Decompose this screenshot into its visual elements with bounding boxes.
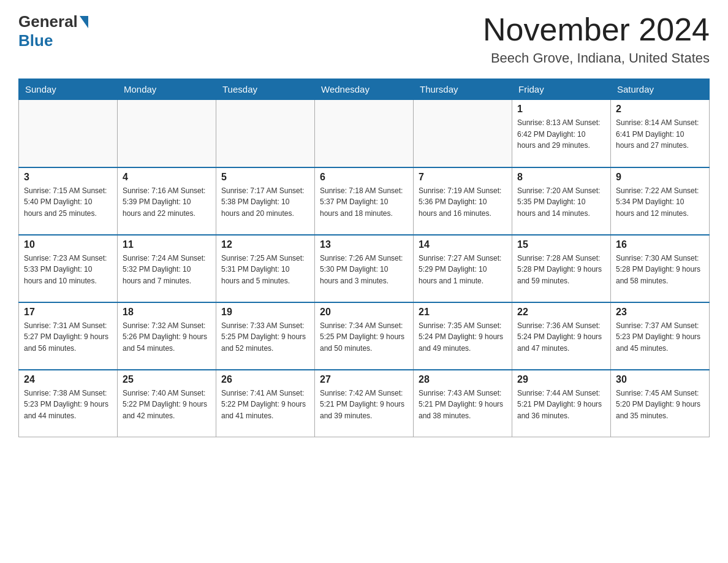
day-number: 4 (123, 172, 211, 183)
day-cell: 7Sunrise: 7:19 AM Sunset: 5:36 PM Daylig… (414, 167, 512, 235)
day-info: Sunrise: 7:37 AM Sunset: 5:23 PM Dayligh… (616, 320, 704, 354)
day-info: Sunrise: 7:33 AM Sunset: 5:25 PM Dayligh… (221, 320, 309, 354)
day-info: Sunrise: 7:22 AM Sunset: 5:34 PM Dayligh… (616, 185, 704, 220)
day-cell: 25Sunrise: 7:40 AM Sunset: 5:22 PM Dayli… (118, 370, 216, 437)
location-title: Beech Grove, Indiana, United States (483, 50, 710, 66)
day-number: 29 (517, 374, 605, 385)
day-cell: 18Sunrise: 7:32 AM Sunset: 5:26 PM Dayli… (118, 302, 216, 370)
day-cell: 30Sunrise: 7:45 AM Sunset: 5:20 PM Dayli… (611, 370, 710, 437)
day-number: 9 (616, 172, 704, 183)
day-cell (315, 100, 414, 167)
title-section: November 2024 Beech Grove, Indiana, Unit… (483, 12, 710, 66)
day-number: 2 (616, 104, 704, 115)
day-number: 21 (419, 307, 507, 318)
logo: General Blue (18, 12, 88, 50)
day-cell (414, 100, 512, 167)
day-info: Sunrise: 7:40 AM Sunset: 5:22 PM Dayligh… (123, 388, 211, 422)
day-cell: 27Sunrise: 7:42 AM Sunset: 5:21 PM Dayli… (315, 370, 414, 437)
col-header-thursday: Thursday (414, 79, 512, 100)
day-info: Sunrise: 7:23 AM Sunset: 5:33 PM Dayligh… (24, 253, 112, 287)
day-info: Sunrise: 7:19 AM Sunset: 5:36 PM Dayligh… (419, 185, 507, 220)
logo-triangle-icon (80, 16, 88, 28)
day-info: Sunrise: 7:16 AM Sunset: 5:39 PM Dayligh… (123, 185, 211, 220)
day-number: 6 (320, 172, 408, 183)
day-cell: 28Sunrise: 7:43 AM Sunset: 5:21 PM Dayli… (414, 370, 512, 437)
day-info: Sunrise: 7:17 AM Sunset: 5:38 PM Dayligh… (221, 185, 309, 220)
col-header-tuesday: Tuesday (216, 79, 315, 100)
day-cell: 13Sunrise: 7:26 AM Sunset: 5:30 PM Dayli… (315, 235, 414, 302)
day-info: Sunrise: 7:15 AM Sunset: 5:40 PM Dayligh… (24, 185, 112, 220)
day-number: 1 (517, 104, 605, 115)
day-info: Sunrise: 7:18 AM Sunset: 5:37 PM Dayligh… (320, 185, 408, 220)
week-row-3: 10Sunrise: 7:23 AM Sunset: 5:33 PM Dayli… (19, 235, 710, 302)
day-number: 12 (221, 239, 309, 250)
day-info: Sunrise: 7:26 AM Sunset: 5:30 PM Dayligh… (320, 253, 408, 287)
day-cell: 15Sunrise: 7:28 AM Sunset: 5:28 PM Dayli… (512, 235, 611, 302)
day-number: 7 (419, 172, 507, 183)
day-cell: 26Sunrise: 7:41 AM Sunset: 5:22 PM Dayli… (216, 370, 315, 437)
day-number: 17 (24, 307, 112, 318)
month-title: November 2024 (483, 12, 710, 47)
day-cell: 23Sunrise: 7:37 AM Sunset: 5:23 PM Dayli… (611, 302, 710, 370)
logo-blue-text: Blue (18, 31, 53, 50)
col-header-monday: Monday (118, 79, 216, 100)
day-number: 14 (419, 239, 507, 250)
day-cell: 2Sunrise: 8:14 AM Sunset: 6:41 PM Daylig… (611, 100, 710, 167)
day-info: Sunrise: 7:36 AM Sunset: 5:24 PM Dayligh… (517, 320, 605, 354)
week-row-2: 3Sunrise: 7:15 AM Sunset: 5:40 PM Daylig… (19, 167, 710, 235)
header: General Blue November 2024 Beech Grove, … (18, 12, 710, 66)
day-cell: 9Sunrise: 7:22 AM Sunset: 5:34 PM Daylig… (611, 167, 710, 235)
day-number: 11 (123, 239, 211, 250)
day-cell (216, 100, 315, 167)
day-number: 10 (24, 239, 112, 250)
day-cell: 10Sunrise: 7:23 AM Sunset: 5:33 PM Dayli… (19, 235, 118, 302)
day-info: Sunrise: 8:13 AM Sunset: 6:42 PM Dayligh… (517, 117, 605, 151)
col-header-friday: Friday (512, 79, 611, 100)
day-number: 13 (320, 239, 408, 250)
day-cell: 3Sunrise: 7:15 AM Sunset: 5:40 PM Daylig… (19, 167, 118, 235)
day-number: 15 (517, 239, 605, 250)
col-header-saturday: Saturday (611, 79, 710, 100)
day-cell: 12Sunrise: 7:25 AM Sunset: 5:31 PM Dayli… (216, 235, 315, 302)
day-info: Sunrise: 7:28 AM Sunset: 5:28 PM Dayligh… (517, 253, 605, 287)
day-cell: 6Sunrise: 7:18 AM Sunset: 5:37 PM Daylig… (315, 167, 414, 235)
day-info: Sunrise: 7:20 AM Sunset: 5:35 PM Dayligh… (517, 185, 605, 220)
col-header-sunday: Sunday (19, 79, 118, 100)
day-number: 22 (517, 307, 605, 318)
day-cell: 21Sunrise: 7:35 AM Sunset: 5:24 PM Dayli… (414, 302, 512, 370)
day-number: 27 (320, 374, 408, 385)
day-number: 18 (123, 307, 211, 318)
day-info: Sunrise: 7:27 AM Sunset: 5:29 PM Dayligh… (419, 253, 507, 287)
logo-general: General (18, 12, 88, 31)
day-cell: 11Sunrise: 7:24 AM Sunset: 5:32 PM Dayli… (118, 235, 216, 302)
day-cell: 22Sunrise: 7:36 AM Sunset: 5:24 PM Dayli… (512, 302, 611, 370)
calendar-table: SundayMondayTuesdayWednesdayThursdayFrid… (18, 79, 710, 437)
day-number: 3 (24, 172, 112, 183)
day-info: Sunrise: 7:41 AM Sunset: 5:22 PM Dayligh… (221, 388, 309, 422)
day-cell: 5Sunrise: 7:17 AM Sunset: 5:38 PM Daylig… (216, 167, 315, 235)
day-number: 23 (616, 307, 704, 318)
day-info: Sunrise: 7:31 AM Sunset: 5:27 PM Dayligh… (24, 320, 112, 354)
day-cell: 29Sunrise: 7:44 AM Sunset: 5:21 PM Dayli… (512, 370, 611, 437)
day-cell: 20Sunrise: 7:34 AM Sunset: 5:25 PM Dayli… (315, 302, 414, 370)
day-number: 30 (616, 374, 704, 385)
day-number: 5 (221, 172, 309, 183)
day-cell: 24Sunrise: 7:38 AM Sunset: 5:23 PM Dayli… (19, 370, 118, 437)
day-number: 25 (123, 374, 211, 385)
day-cell: 14Sunrise: 7:27 AM Sunset: 5:29 PM Dayli… (414, 235, 512, 302)
day-info: Sunrise: 7:35 AM Sunset: 5:24 PM Dayligh… (419, 320, 507, 354)
day-info: Sunrise: 7:42 AM Sunset: 5:21 PM Dayligh… (320, 388, 408, 422)
day-number: 8 (517, 172, 605, 183)
day-info: Sunrise: 7:24 AM Sunset: 5:32 PM Dayligh… (123, 253, 211, 287)
day-number: 26 (221, 374, 309, 385)
day-info: Sunrise: 8:14 AM Sunset: 6:41 PM Dayligh… (616, 117, 704, 151)
day-cell: 16Sunrise: 7:30 AM Sunset: 5:28 PM Dayli… (611, 235, 710, 302)
day-info: Sunrise: 7:45 AM Sunset: 5:20 PM Dayligh… (616, 388, 704, 422)
week-row-4: 17Sunrise: 7:31 AM Sunset: 5:27 PM Dayli… (19, 302, 710, 370)
day-number: 20 (320, 307, 408, 318)
week-row-1: 1Sunrise: 8:13 AM Sunset: 6:42 PM Daylig… (19, 100, 710, 167)
day-number: 24 (24, 374, 112, 385)
day-info: Sunrise: 7:32 AM Sunset: 5:26 PM Dayligh… (123, 320, 211, 354)
day-number: 16 (616, 239, 704, 250)
day-cell: 17Sunrise: 7:31 AM Sunset: 5:27 PM Dayli… (19, 302, 118, 370)
